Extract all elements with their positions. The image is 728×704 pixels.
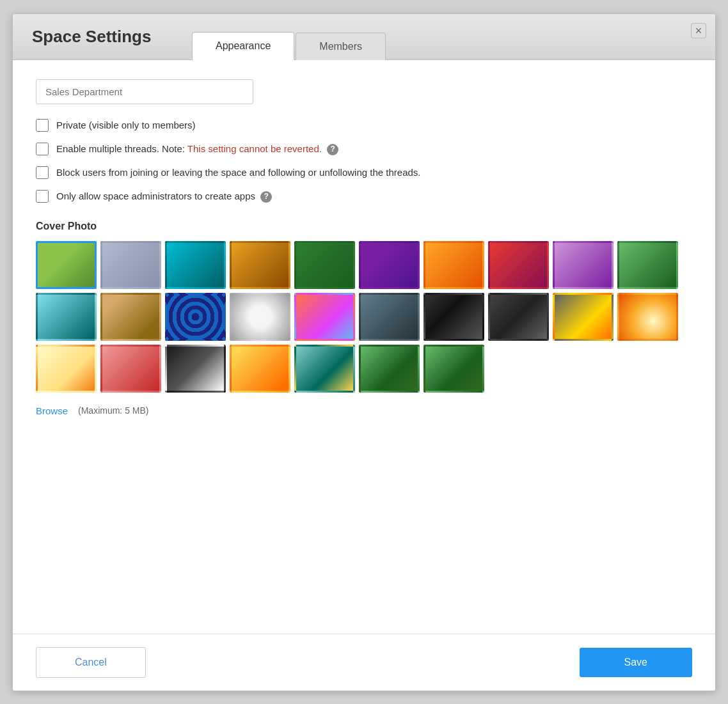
- admin-apps-label[interactable]: Only allow space administrators to creat…: [56, 189, 272, 203]
- browse-button[interactable]: Browse: [36, 405, 68, 416]
- cover-photo-option-3[interactable]: [230, 241, 290, 289]
- multiple-threads-label[interactable]: Enable multiple threads. Note: This sett…: [56, 142, 338, 155]
- admin-apps-help-icon[interactable]: ?: [260, 191, 272, 203]
- multiple-threads-checkbox[interactable]: [36, 143, 49, 155]
- checkbox-private: Private (visible only to members): [36, 118, 692, 132]
- cover-photo-option-23[interactable]: [230, 345, 290, 393]
- cover-photo-section: Cover Photo Browse (Maximum: 5 MB): [36, 221, 692, 416]
- cover-photo-option-18[interactable]: [553, 293, 613, 341]
- cover-photo-option-2[interactable]: [165, 241, 226, 289]
- admin-apps-checkbox[interactable]: [36, 190, 49, 203]
- tab-members[interactable]: Members: [296, 33, 386, 60]
- private-label[interactable]: Private (visible only to members): [56, 118, 196, 132]
- cover-photo-option-21[interactable]: [100, 345, 161, 393]
- space-settings-dialog: Space Settings Appearance Members × Priv…: [12, 13, 716, 691]
- multiple-threads-help-icon[interactable]: ?: [327, 144, 338, 155]
- save-button[interactable]: Save: [580, 648, 692, 677]
- dialog-footer: Cancel Save: [13, 634, 715, 691]
- block-users-label[interactable]: Block users from joining or leaving the …: [56, 166, 421, 179]
- cover-photo-option-0[interactable]: [36, 241, 97, 289]
- checkbox-block-users: Block users from joining or leaving the …: [36, 166, 692, 179]
- dialog-title: Space Settings: [13, 14, 192, 59]
- checkbox-group: Private (visible only to members) Enable…: [36, 118, 692, 203]
- cover-photo-option-1[interactable]: [100, 241, 161, 289]
- cover-photo-option-14[interactable]: [294, 293, 355, 341]
- multiple-threads-highlight: This setting cannot be reverted.: [187, 143, 322, 154]
- close-button[interactable]: ×: [691, 23, 706, 38]
- tabs-container: Appearance Members: [192, 14, 387, 59]
- multiple-threads-plain: Enable multiple threads. Note:: [56, 143, 187, 154]
- cover-photo-title: Cover Photo: [36, 221, 692, 232]
- dialog-content: Private (visible only to members) Enable…: [13, 60, 715, 634]
- cover-photo-option-25[interactable]: [359, 345, 420, 393]
- block-users-checkbox[interactable]: [36, 166, 49, 179]
- checkbox-admin-apps: Only allow space administrators to creat…: [36, 189, 692, 203]
- cancel-button[interactable]: Cancel: [36, 647, 146, 678]
- cover-photo-option-26[interactable]: [423, 345, 484, 393]
- cover-photo-option-10[interactable]: [36, 293, 97, 341]
- private-checkbox[interactable]: [36, 119, 49, 132]
- cover-photo-option-16[interactable]: [423, 293, 484, 341]
- browse-row: Browse (Maximum: 5 MB): [36, 405, 692, 416]
- cover-photo-option-9[interactable]: [617, 241, 678, 289]
- dialog-header: Space Settings Appearance Members ×: [13, 14, 715, 60]
- cover-photo-option-13[interactable]: [230, 293, 290, 341]
- cover-photo-option-11[interactable]: [100, 293, 161, 341]
- cover-photo-option-22[interactable]: [165, 345, 226, 393]
- cover-photo-option-8[interactable]: [553, 241, 613, 289]
- checkbox-multiple-threads: Enable multiple threads. Note: This sett…: [36, 142, 692, 155]
- cover-photo-grid: [36, 241, 692, 393]
- cover-photo-option-19[interactable]: [617, 293, 678, 341]
- cover-photo-option-4[interactable]: [294, 241, 355, 289]
- cover-photo-option-12[interactable]: [165, 293, 226, 341]
- cover-photo-option-15[interactable]: [359, 293, 420, 341]
- tab-appearance[interactable]: Appearance: [192, 32, 294, 60]
- cover-photo-option-17[interactable]: [488, 293, 549, 341]
- cover-photo-option-7[interactable]: [488, 241, 549, 289]
- max-size-label: (Maximum: 5 MB): [78, 405, 148, 416]
- cover-photo-option-5[interactable]: [359, 241, 420, 289]
- space-name-input[interactable]: [36, 79, 253, 104]
- admin-apps-plain: Only allow space administrators to creat…: [56, 191, 255, 201]
- cover-photo-option-20[interactable]: [36, 345, 97, 393]
- cover-photo-option-24[interactable]: [294, 345, 355, 393]
- cover-photo-option-6[interactable]: [423, 241, 484, 289]
